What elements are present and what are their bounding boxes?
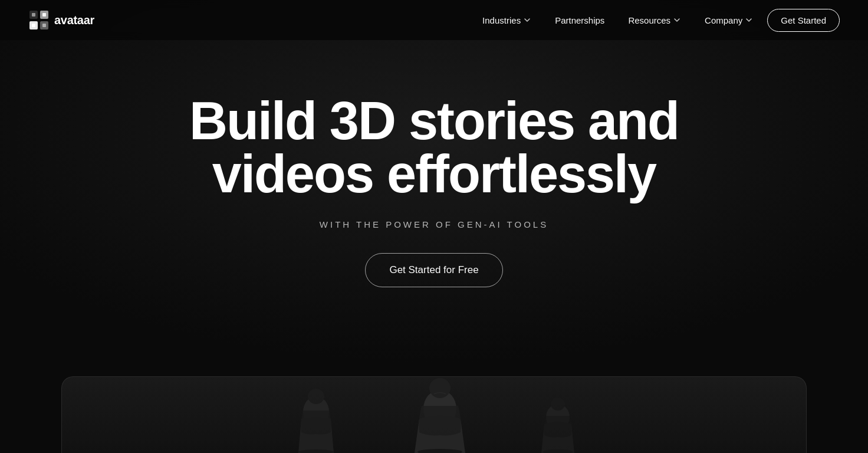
hero-title: Build 3D stories and videos effortlessly xyxy=(189,94,679,201)
nav-item-resources[interactable]: Resources xyxy=(619,11,691,30)
hero-title-line2: videos effortlessly xyxy=(212,145,656,203)
svg-point-15 xyxy=(551,398,565,411)
nav-label-company: Company xyxy=(705,15,742,25)
logo[interactable]: avataar xyxy=(28,9,94,31)
nav-label-partnerships: Partnerships xyxy=(555,15,604,25)
hero-title-line1: Build 3D stories and xyxy=(189,91,679,150)
hero-cta-button[interactable]: Get Started for Free xyxy=(365,253,502,287)
nav-label-industries: Industries xyxy=(482,15,521,25)
svg-rect-5 xyxy=(42,13,46,17)
demo-card xyxy=(61,376,807,453)
figure-right xyxy=(396,376,484,453)
svg-rect-7 xyxy=(42,24,46,27)
chevron-down-icon xyxy=(523,16,531,24)
figure-left xyxy=(284,388,348,453)
nav-links: Industries Partnerships Resources Compan… xyxy=(473,9,840,32)
figure-far-right xyxy=(531,397,584,453)
demo-card-wrapper xyxy=(61,376,807,453)
svg-point-12 xyxy=(429,378,451,398)
svg-rect-4 xyxy=(32,13,35,17)
nav-item-company[interactable]: Company xyxy=(695,11,762,30)
svg-point-9 xyxy=(308,389,324,404)
nav-get-started-button[interactable]: Get Started xyxy=(767,9,840,32)
logo-text: avataar xyxy=(54,14,94,27)
nav-label-resources: Resources xyxy=(628,15,670,25)
hero-subtitle: WITH THE POWER OF GEN-AI TOOLS xyxy=(320,219,548,229)
nav-item-industries[interactable]: Industries xyxy=(473,11,541,30)
svg-rect-6 xyxy=(32,24,35,27)
nav-item-partnerships[interactable]: Partnerships xyxy=(545,11,614,30)
navbar: avataar Industries Partnerships Resource… xyxy=(0,0,868,40)
chevron-down-icon xyxy=(673,16,681,24)
chevron-down-icon xyxy=(745,16,753,24)
silhouette-container xyxy=(62,376,806,453)
logo-icon xyxy=(28,9,50,31)
hero-section: Build 3D stories and videos effortlessly… xyxy=(0,0,868,453)
